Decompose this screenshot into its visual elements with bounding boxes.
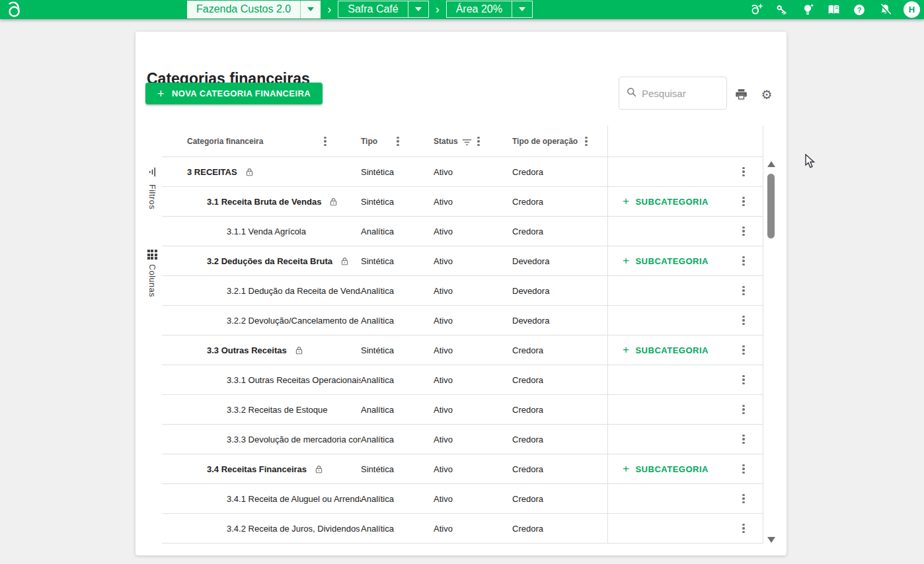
breadcrumb-label: Safra Café [338,1,407,17]
plus-icon: + [623,343,629,357]
tipo-cell: Analítica [361,316,434,326]
row-menu-icon[interactable] [742,374,745,385]
row-actions-cell [607,425,763,454]
category-name: 3.3.1 Outras Receitas Operacionais [227,375,361,385]
table-row[interactable]: 3.4 Receitas FinanceirasSintéticaAtivoCr… [162,454,763,484]
avatar[interactable]: H [904,1,920,18]
breadcrumb-dropdown[interactable]: Safra Café [338,1,428,18]
chevron-down-icon[interactable] [301,1,321,18]
add-subcategory-button[interactable]: +SUBCATEGORIA [623,462,709,476]
tipo-cell: Sintética [361,464,434,474]
table-row[interactable]: 3.1.1 Venda AgrícolaAnalíticaAtivoCredor… [162,217,763,246]
row-menu-icon[interactable] [742,523,745,534]
gear-icon[interactable]: ⚙ [759,87,774,102]
operacao-cell: Credora [512,464,607,474]
table-row[interactable]: 3.3.2 Receitas de EstoqueAnalíticaAtivoC… [162,395,763,425]
table-row[interactable]: 3.3 Outras ReceitasSintéticaAtivoCredora… [162,335,763,365]
category-name: 3.2.2 Devolução/Cancelamento de V [227,316,361,326]
actions-column-header [607,125,763,157]
sidebar-tab-filtros[interactable]: Filtros [142,167,162,209]
tipo-cell: Sintética [361,345,434,355]
table-header-row: Categoria financeiraTipoStatusTipo de op… [162,125,763,157]
table-row[interactable]: 3.3.1 Outras Receitas OperacionaisAnalít… [162,365,763,395]
add-subcategory-button[interactable]: +SUBCATEGORIA [623,195,709,208]
row-menu-icon[interactable] [742,256,745,266]
column-menu-icon[interactable] [397,136,399,147]
column-menu-icon[interactable] [477,136,480,147]
aegro-logo-icon[interactable] [5,1,26,18]
row-menu-icon[interactable] [742,285,745,296]
sidebar-tab-label: Colunas [147,264,157,297]
column-menu-icon[interactable] [585,136,588,147]
breadcrumb-dropdown[interactable]: Área 20% [446,1,533,18]
table-row[interactable]: 3.3.3 Devolução de mercadoria compAnalít… [162,425,763,454]
category-name-cell: 3.2.2 Devolução/Cancelamento de V [162,316,361,326]
breadcrumb-chevron-icon: › [436,1,440,18]
top-app-bar: Fazenda Custos 2.0›Safra Café›Área 20% [0,0,924,19]
column-menu-icon[interactable] [324,136,327,147]
category-name: 3.1 Receita Bruta de Vendas [207,197,321,207]
category-name-cell: 3.3 Outras Receitas [162,345,361,355]
add-subcategory-label: SUBCATEGORIA [635,256,708,266]
row-menu-icon[interactable] [742,226,745,236]
table-row[interactable]: 3.4.1 Receita de Aluguel ou ArrendarAnal… [162,484,763,514]
row-menu-icon[interactable] [742,404,745,415]
row-menu-icon[interactable] [742,345,745,355]
add-account-icon[interactable] [749,3,763,17]
row-actions-cell [607,514,763,543]
row-menu-icon[interactable] [742,196,745,207]
row-menu-icon[interactable] [742,166,745,177]
lock-icon [245,167,254,177]
search-box[interactable] [619,77,727,110]
sidebar-tab-colunas[interactable]: Colunas [142,250,162,297]
mouse-cursor [805,154,818,171]
scroll-up-icon[interactable] [767,161,775,167]
scroll-down-icon[interactable] [767,537,775,543]
new-financial-category-button[interactable]: + NOVA CATEGORIA FINANCEIRA [145,83,323,104]
vertical-scrollbar[interactable] [765,160,778,544]
column-header-label: Tipo de operação [512,137,578,146]
row-actions-cell: +SUBCATEGORIA [607,246,763,275]
print-icon[interactable] [734,87,748,101]
category-name-cell: 3.4.2 Receita de Juros, Dividendos e [162,524,361,534]
row-actions-cell: +SUBCATEGORIA [607,335,763,365]
tipo-cell: Sintética [361,197,434,207]
category-name-cell: 3.3.2 Receitas de Estoque [162,405,361,415]
category-name: 3 RECEITAS [187,167,237,177]
row-menu-icon[interactable] [742,434,745,444]
table-row[interactable]: 3.2.2 Devolução/Cancelamento de VAnalíti… [162,306,763,335]
status-filter-icon[interactable] [461,138,473,147]
table-row[interactable]: 3.1 Receita Bruta de VendasSintéticaAtiv… [162,187,763,217]
row-menu-icon[interactable] [742,493,745,504]
operacao-cell: Credora [512,435,607,444]
lock-icon [314,464,324,474]
tipo-cell: Analítica [361,524,434,534]
table-row[interactable]: 3.2 Deduções da Receita BrutaSintéticaAt… [162,246,763,276]
table-row[interactable]: 3 RECEITASSintéticaAtivoCredora [162,157,763,187]
key-icon[interactable] [775,3,789,17]
category-name: 3.4.1 Receita de Aluguel ou Arrendar [227,494,361,504]
new-financial-category-label: NOVA CATEGORIA FINANCEIRA [172,88,311,98]
breadcrumb-dropdown[interactable]: Fazenda Custos 2.0 [187,1,321,18]
status-cell: Ativo [434,405,512,415]
help-icon[interactable]: ? [852,3,866,17]
notifications-off-icon[interactable] [878,3,892,17]
table-row[interactable]: 3.2.1 Dedução da Receita de VendaAnalíti… [162,276,763,306]
knowledge-book-icon[interactable] [826,3,841,17]
search-input[interactable] [642,88,714,99]
add-subcategory-label: SUBCATEGORIA [635,197,708,207]
row-menu-icon[interactable] [742,464,745,474]
avatar-letter: H [909,5,915,15]
status-cell: Ativo [434,464,512,474]
chevron-down-icon[interactable] [408,1,428,17]
row-menu-icon[interactable] [742,315,745,326]
chevron-down-icon[interactable] [512,1,532,17]
table-row[interactable]: 3.4.2 Receita de Juros, Dividendos eAnal… [162,514,763,544]
scrollbar-thumb[interactable] [767,174,775,238]
row-actions-cell [607,395,763,424]
add-subcategory-button[interactable]: +SUBCATEGORIA [623,254,709,267]
tips-lightbulb-icon[interactable] [800,3,815,17]
status-cell: Ativo [434,524,512,534]
add-subcategory-button[interactable]: +SUBCATEGORIA [623,343,709,357]
breadcrumb-label: Fazenda Custos 2.0 [187,1,300,18]
